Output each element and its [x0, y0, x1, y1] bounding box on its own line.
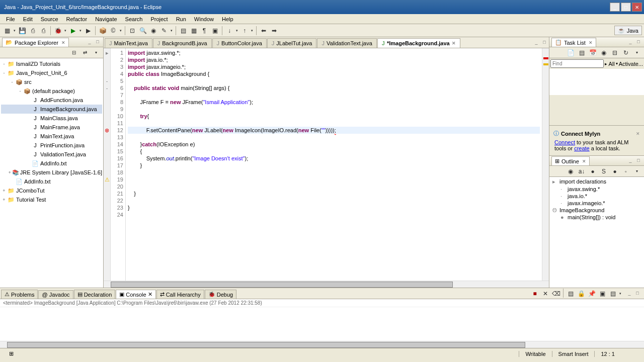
maximize-view-button[interactable]: □: [94, 39, 101, 45]
toggle-breadcrumb-button[interactable]: ▤: [178, 26, 188, 36]
dropdown-icon[interactable]: ▾: [170, 26, 174, 36]
perspective-switcher[interactable]: ☕ Java: [614, 26, 642, 35]
outline-item[interactable]: ·javax.imageio.*: [550, 200, 643, 207]
save-button[interactable]: 💾: [17, 26, 27, 36]
collapse-all-button[interactable]: ⊟: [69, 48, 79, 58]
terminate-button[interactable]: ■: [530, 289, 540, 299]
new-task-button[interactable]: 📄: [566, 48, 576, 58]
marker-gutter[interactable]: ▸--⊗⚠: [104, 48, 111, 281]
outline-tree[interactable]: ▸import declarations·javax.swing.*·java.…: [549, 177, 644, 288]
menu-window[interactable]: Window: [190, 15, 218, 23]
maximize-editor-button[interactable]: □: [541, 40, 548, 46]
bottom-tab-call-hierarchy[interactable]: ⇄Call Hierarchy: [156, 290, 204, 299]
task-list-tab[interactable]: 📋 Task List ✕: [551, 38, 596, 47]
package-tree[interactable]: -📁IsmailZD Tutorials-📁Java_Project_Unit_…: [0, 58, 103, 288]
show-whitespace-button[interactable]: ¶: [199, 26, 209, 36]
prev-annotation-button[interactable]: ↑: [239, 26, 250, 36]
sync-button[interactable]: ↻: [621, 48, 631, 58]
tree-item[interactable]: 📄AddInfo.txt: [1, 159, 102, 168]
overview-ruler[interactable]: [542, 48, 549, 281]
tree-item[interactable]: +📚JRE System Library [JavaSE-1.6]: [1, 168, 102, 177]
minimize-view-button[interactable]: _: [626, 291, 633, 297]
minimize-editor-button[interactable]: _: [533, 40, 540, 46]
menu-search[interactable]: Search: [121, 15, 147, 23]
open-console-button[interactable]: ▤: [608, 289, 618, 299]
back-button[interactable]: ⬅: [259, 26, 269, 36]
tree-item[interactable]: +📁Tutorial Test: [1, 195, 102, 204]
editor-tab[interactable]: JMainText.java: [105, 38, 152, 48]
task-find-input[interactable]: [550, 59, 604, 68]
expand-toggle[interactable]: [25, 116, 31, 121]
tree-item[interactable]: -📦src: [1, 77, 102, 86]
close-icon[interactable]: ✕: [61, 40, 65, 45]
toggle-block-button[interactable]: ▦: [189, 26, 199, 36]
tree-item[interactable]: -📁Java_Project_Unit_6: [1, 68, 102, 77]
tree-item[interactable]: 📄AddInfo.txt: [1, 177, 102, 186]
minimize-button[interactable]: _: [610, 3, 620, 12]
collapse-button[interactable]: ⊟: [610, 48, 620, 58]
expand-toggle[interactable]: +: [7, 170, 12, 175]
menu-source[interactable]: Source: [37, 15, 62, 23]
run-button[interactable]: ▶: [68, 26, 78, 36]
remove-terminated-button[interactable]: ✕: [540, 289, 550, 299]
tree-item[interactable]: -📦(default package): [1, 86, 102, 96]
menu-navigate[interactable]: Navigate: [91, 15, 121, 23]
bottom-tab-console[interactable]: ▣Console✕: [116, 290, 155, 299]
maximize-button[interactable]: □: [621, 3, 631, 12]
hide-static-button[interactable]: S: [599, 166, 609, 176]
bottom-tab-javadoc[interactable]: @Javadoc: [38, 290, 73, 299]
menu-refactor[interactable]: Refactor: [62, 15, 92, 23]
run-last-button[interactable]: ▶: [83, 26, 93, 36]
tree-item[interactable]: JValidationText.java: [1, 150, 102, 159]
display-console-button[interactable]: ▣: [597, 289, 607, 299]
clear-console-button[interactable]: ▤: [566, 289, 576, 299]
editor-tab[interactable]: JValidationText.java: [317, 38, 376, 48]
tree-item[interactable]: JAddFunction.java: [1, 96, 102, 105]
hide-local-button[interactable]: ◦: [621, 166, 631, 176]
error-marker[interactable]: [543, 57, 548, 59]
menu-edit[interactable]: Edit: [19, 15, 37, 23]
tree-item[interactable]: JPrintFunction.java: [1, 141, 102, 150]
dropdown-icon[interactable]: ▾: [13, 26, 17, 36]
focus-button[interactable]: ◉: [599, 48, 609, 58]
expand-toggle[interactable]: [25, 125, 31, 130]
maximize-view-button[interactable]: □: [635, 158, 642, 164]
editor-hscrollbar[interactable]: [104, 281, 549, 288]
menu-file[interactable]: File: [2, 15, 19, 23]
menu-project[interactable]: Project: [146, 15, 172, 23]
tree-item[interactable]: +📁JComboTut: [1, 186, 102, 195]
scroll-lock-button[interactable]: 🔒: [576, 289, 586, 299]
editor-tab[interactable]: J*ImageBackground.java✕: [377, 38, 460, 48]
new-class-button[interactable]: ©: [108, 26, 118, 36]
editor-tab[interactable]: JButtonColor.java: [212, 38, 267, 48]
annotation-button[interactable]: ✎: [159, 26, 169, 36]
new-package-button[interactable]: 📦: [98, 26, 108, 36]
tree-item[interactable]: JMainFrame.java: [1, 123, 102, 132]
tree-item[interactable]: JMainClass.java: [1, 114, 102, 123]
outline-tab[interactable]: ⊞ Outline ✕: [551, 156, 590, 165]
bottom-tab-debug[interactable]: 🐞Debug: [205, 290, 236, 299]
warning-marker[interactable]: [543, 63, 548, 65]
expand-toggle[interactable]: [25, 98, 31, 103]
dropdown-icon[interactable]: ▾: [618, 289, 622, 299]
bottom-tab-declaration[interactable]: ▤Declaration: [74, 290, 116, 299]
dropdown-icon[interactable]: ▾: [235, 26, 239, 36]
close-icon[interactable]: ✕: [636, 131, 640, 136]
expand-toggle[interactable]: [25, 161, 31, 166]
expand-toggle[interactable]: [9, 179, 15, 184]
remove-all-button[interactable]: ⌫: [551, 289, 561, 299]
focus-button[interactable]: ◉: [566, 166, 576, 176]
outline-item[interactable]: ·javax.swing.*: [550, 186, 643, 193]
tree-item[interactable]: JImageBackground.java: [1, 105, 102, 114]
expand-toggle[interactable]: [25, 107, 31, 112]
close-icon[interactable]: ✕: [582, 159, 586, 164]
find-all-button[interactable]: All: [608, 61, 614, 67]
connect-link[interactable]: Connect: [554, 139, 575, 145]
debug-button[interactable]: 🐞: [53, 26, 63, 36]
view-menu-button[interactable]: ▾: [91, 48, 101, 58]
categorize-button[interactable]: ▤: [577, 48, 587, 58]
menu-help[interactable]: Help: [218, 15, 237, 23]
minimize-view-button[interactable]: _: [86, 39, 93, 45]
close-icon[interactable]: ✕: [148, 291, 152, 298]
open-type-button[interactable]: ⊡: [127, 26, 137, 36]
